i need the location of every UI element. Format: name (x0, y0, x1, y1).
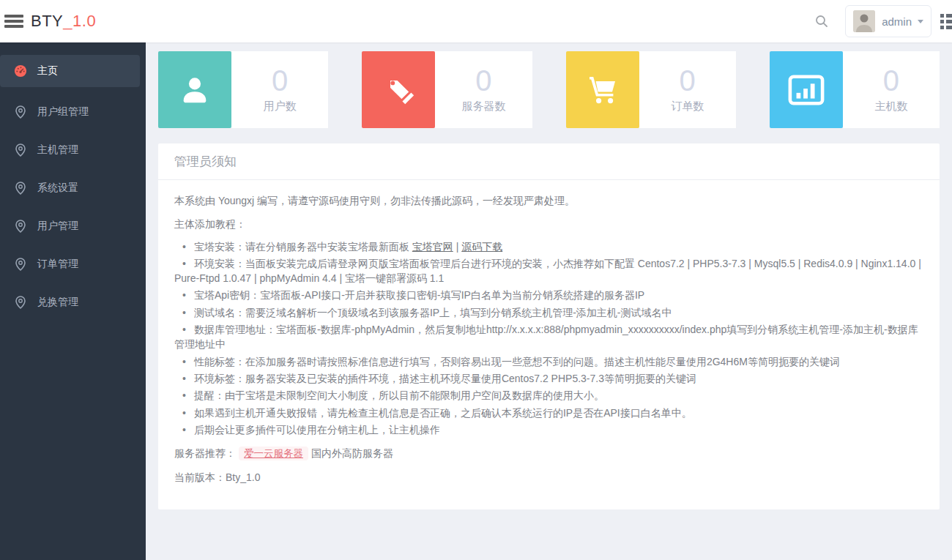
sidebar-item-label: 订单管理 (37, 258, 78, 271)
notice-item: 测试域名：需要泛域名解析一个顶级域名到该服务器IP上，填写到分销系统主机管理-添… (174, 305, 923, 320)
recommend-link[interactable]: 爱一云服务器 (239, 447, 308, 460)
notice-link[interactable]: 宝塔官网 (412, 241, 453, 253)
panel-title: 管理员须知 (158, 143, 940, 180)
sidebar-item-label: 主页 (37, 64, 58, 78)
stat-card-servers: 0 服务器数 (362, 51, 532, 128)
notice-link[interactable]: 源码下载 (461, 241, 502, 253)
server-recommend-line: 服务器推荐：爱一云服务器国内外高防服务器 (174, 446, 923, 461)
map-pin-icon (13, 258, 28, 271)
sidebar-item-label: 用户管理 (37, 220, 78, 233)
stat-card-users: 0 用户数 (158, 51, 328, 128)
dashboard-icon (13, 64, 28, 78)
stat-cards: 0 用户数 0 服务器数 (158, 51, 940, 128)
notice-item: 提醒：由于宝塔是未限制空间大小制度，所以目前不能限制用户空间及数据库的使用大小。 (174, 388, 923, 403)
notice-item: 性能标签：在添加服务器时请按照标准信息进行填写，否则容易出现一些意想不到的问题。… (174, 354, 923, 369)
top-bar: BTY_1.0 admin (0, 0, 952, 42)
notice-subtitle: 主体添加教程： (174, 217, 923, 231)
notice-intro: 本系统由 Youngxj 编写，请遵守源码使用守则，勿非法传播此源码，一经发现严… (174, 193, 923, 208)
menu-toggle-icon[interactable] (4, 12, 25, 30)
stat-card-info: 0 用户数 (231, 51, 328, 128)
stat-value: 0 (680, 66, 696, 95)
notice-item: 宝塔安装：请在分销服务器中安装宝塔最新面板 宝塔官网 | 源码下载 (174, 239, 923, 254)
recommend-prefix: 服务器推荐： (174, 447, 236, 459)
avatar (853, 10, 875, 32)
sidebar-item-exchange[interactable]: 兑换管理 (0, 283, 146, 321)
sidebar-item-label: 用户组管理 (37, 105, 89, 119)
notice-item: 如果遇到主机开通失败报错，请先检查主机信息是否正确，之后确认本系统运行的IP是否… (174, 406, 923, 420)
topbar-right: admin (814, 0, 952, 42)
settings-bars-icon[interactable] (940, 12, 952, 31)
map-pin-icon (13, 182, 28, 195)
stat-label: 用户数 (264, 100, 297, 113)
stat-label: 主机数 (874, 100, 907, 113)
logo-version: _1.0 (63, 12, 96, 30)
notice-panel: 管理员须知 本系统由 Youngxj 编写，请遵守源码使用守则，勿非法传播此源码… (158, 143, 940, 509)
stat-label: 服务器数 (461, 100, 505, 113)
map-pin-icon (13, 143, 28, 157)
stat-value: 0 (272, 66, 288, 95)
app: { "colors": { "logo_accent": "#f5655c", … (0, 0, 952, 560)
cart-icon (566, 51, 639, 128)
version-prefix: 当前版本： (174, 471, 226, 483)
user-icon (158, 51, 231, 128)
notice-list: 宝塔安装：请在分销服务器中安装宝塔最新面板 宝塔官网 | 源码下载环境安装：当面… (174, 239, 923, 438)
sidebar-item-hosts[interactable]: 主机管理 (0, 131, 146, 169)
map-pin-icon (13, 296, 28, 309)
sidebar-item-users[interactable]: 用户管理 (0, 207, 146, 245)
version-value: Bty_1.0 (226, 471, 260, 483)
stat-card-orders: 0 订单数 (566, 51, 736, 128)
sidebar-item-orders[interactable]: 订单管理 (0, 245, 146, 283)
sidebar-item-label: 主机管理 (37, 143, 78, 157)
notice-item: 后期会让更多插件可以使用在分销主机上，让主机操作 (174, 422, 923, 437)
map-pin-icon (13, 220, 28, 233)
recommend-suffix: 国内外高防服务器 (311, 447, 393, 459)
stat-card-hosts: 0 主机数 (770, 51, 940, 128)
user-name: admin (882, 15, 912, 28)
sidebar-item-usergroups[interactable]: 用户组管理 (0, 93, 146, 131)
stat-card-info: 0 订单数 (639, 51, 736, 128)
notice-item: 宝塔Api密钥：宝塔面板-API接口-开启并获取接口密钥-填写IP白名单为当前分… (174, 288, 923, 302)
sidebar-item-label: 兑换管理 (37, 296, 78, 309)
bar-chart-icon (770, 51, 843, 128)
stat-label: 订单数 (671, 100, 704, 113)
map-pin-icon (13, 105, 28, 119)
sidebar-item-system-settings[interactable]: 系统设置 (0, 169, 146, 207)
logo-text: BTY (31, 12, 63, 30)
sidebar-item-home[interactable]: 主页 (0, 55, 140, 87)
sidebar: 主页 用户组管理 主机管理 系统设置 用户管理 订单管理 兑换管理 (0, 42, 146, 560)
search-icon[interactable] (814, 14, 829, 29)
sidebar-item-label: 系统设置 (37, 182, 78, 195)
version-line: 当前版本：Bty_1.0 (174, 470, 923, 485)
app-logo[interactable]: BTY_1.0 (31, 12, 96, 31)
notice-item: 数据库管理地址：宝塔面板-数据库-phpMyAdmin，然后复制地址http:/… (174, 322, 923, 352)
stat-card-info: 0 服务器数 (435, 51, 532, 128)
user-menu[interactable]: admin (845, 5, 931, 37)
stat-value: 0 (883, 66, 899, 95)
notice-item: 环境标签：服务器安装及已安装的插件环境，描述主机环境尽量使用Centos7.2 … (174, 371, 923, 386)
main-content: 0 用户数 0 服务器数 (146, 42, 952, 560)
notice-item: 环境安装：当面板安装完成后请登录网页版宝塔面板管理后台进行环境的安装，小杰推荐如… (174, 256, 923, 286)
stat-value: 0 (475, 66, 491, 95)
tags-icon (362, 51, 435, 128)
chevron-down-icon (918, 20, 923, 23)
stat-card-info: 0 主机数 (843, 51, 940, 128)
panel-body: 本系统由 Youngxj 编写，请遵守源码使用守则，勿非法传播此源码，一经发现严… (158, 180, 940, 509)
